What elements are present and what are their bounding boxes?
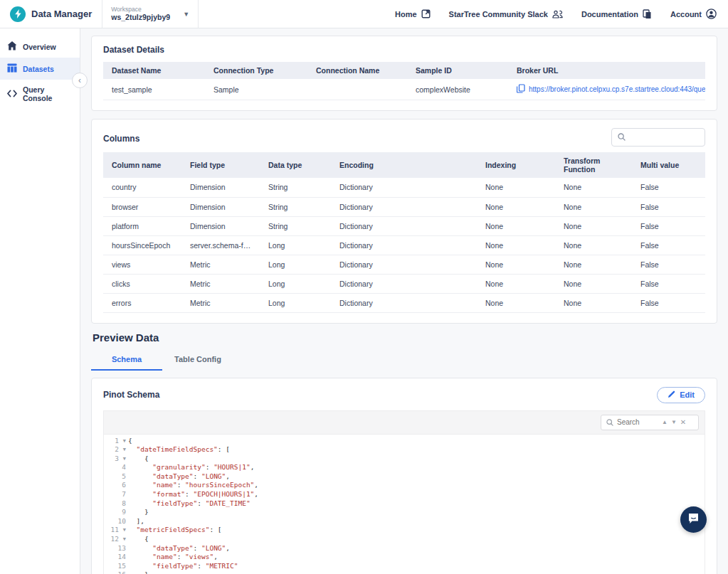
code-text: "fieldType": "METRIC" <box>128 562 238 571</box>
table-cell: platform <box>103 216 181 235</box>
chat-widget-button[interactable] <box>680 506 707 533</box>
dataset-details-card: Dataset Details Dataset Name Connection … <box>91 36 717 111</box>
sample-id-cell: complexWebsite <box>407 79 508 100</box>
line-number: 7 <box>104 490 128 499</box>
editor-search-box[interactable]: ▲ ▼ ✕ <box>601 415 699 430</box>
sidebar-item-overview[interactable]: Overview <box>0 36 80 58</box>
home-icon <box>7 41 17 52</box>
fold-arrow-icon[interactable]: ▼ <box>123 456 126 462</box>
table-cell: None <box>477 216 555 235</box>
nav-home-label: Home <box>395 10 417 18</box>
columns-search-box[interactable] <box>611 128 705 147</box>
sidebar-item-label: Overview <box>23 43 56 51</box>
nav-account-link[interactable]: Account <box>670 9 717 19</box>
sidebar-item-datasets[interactable]: Datasets <box>0 58 80 80</box>
line-number: 10 <box>104 517 128 526</box>
table-cell: String <box>260 178 331 197</box>
table-cell: None <box>477 293 555 312</box>
connection-type-cell: Sample <box>205 79 307 100</box>
table-cell: None <box>477 178 555 197</box>
table-cell: views <box>103 255 181 274</box>
table-cell: String <box>260 216 331 235</box>
code-text: { <box>128 437 132 446</box>
code-line: 15 "fieldType": "METRIC" <box>104 562 705 571</box>
table-cell: Dictionary <box>331 274 477 293</box>
table-cell: None <box>555 255 632 274</box>
json-editor: ▲ ▼ ✕ 1 ▼{2 ▼ "dateTimeFieldSpecs": [3 ▼… <box>103 410 705 574</box>
code-text: "dataType": "LONG", <box>128 544 230 553</box>
broker-url-link[interactable]: https://broker.pinot.celpxu.cp.s7e.start… <box>529 85 705 93</box>
app-logo-bolt-icon <box>10 6 26 22</box>
code-line: 6 "name": "hoursSinceEpoch", <box>104 481 705 490</box>
line-number: 5 <box>104 472 128 482</box>
account-icon <box>706 9 717 19</box>
table-cell: False <box>632 274 705 293</box>
search-icon <box>618 131 626 144</box>
code-line: 7 "format": "EPOCH|HOURS|1", <box>104 490 705 499</box>
sidebar-item-query-console[interactable]: Query Console <box>0 80 80 108</box>
sidebar-collapse-button[interactable]: ‹ <box>72 73 88 88</box>
table-cell: None <box>555 197 632 216</box>
nav-slack-link[interactable]: StarTree Community Slack <box>449 10 563 18</box>
table-cell: Metric <box>181 274 260 293</box>
table-cell: False <box>632 293 705 312</box>
search-next-icon[interactable]: ▼ <box>671 419 677 425</box>
fold-arrow-icon[interactable]: ▼ <box>123 438 126 444</box>
code-text: }, <box>128 570 152 574</box>
nav-documentation-link[interactable]: Documentation <box>581 9 652 19</box>
edit-button[interactable]: Edit <box>657 387 705 403</box>
sidebar-item-label: Datasets <box>23 65 54 73</box>
search-prev-icon[interactable]: ▲ <box>662 419 668 425</box>
copy-icon[interactable] <box>517 84 525 95</box>
connection-name-cell <box>307 79 407 100</box>
fold-arrow-icon[interactable]: ▼ <box>123 536 126 542</box>
code-text: { <box>128 455 149 464</box>
table-cell: False <box>632 235 705 255</box>
workspace-label: Workspace <box>111 6 170 14</box>
top-nav: Home StarTree Community Slack Documentat… <box>395 0 728 28</box>
column-header: Transform Function <box>555 152 632 178</box>
pencil-icon <box>668 390 675 400</box>
tab-table-config[interactable]: Table Config <box>162 351 233 371</box>
table-row: errorsMetricLongDictionaryNoneNoneFalse <box>103 293 705 312</box>
table-row: clicksMetricLongDictionaryNoneNoneFalse <box>103 274 705 293</box>
nav-home-link[interactable]: Home <box>395 9 431 18</box>
table-cell: Dictionary <box>331 255 477 274</box>
search-close-icon[interactable]: ✕ <box>680 418 686 426</box>
editor-toolbar: ▲ ▼ ✕ <box>104 411 705 435</box>
table-cell: country <box>103 178 181 197</box>
table-cell: clicks <box>103 274 181 293</box>
broker-url-cell: https://broker.pinot.celpxu.cp.s7e.start… <box>517 84 697 95</box>
dataset-details-table: Dataset Name Connection Type Connection … <box>103 62 705 100</box>
top-bar: Data Manager Workspace ws_2tulz9pjyby9 ▼… <box>0 0 728 28</box>
column-header: Column name <box>103 152 181 178</box>
line-number: 13 <box>104 544 128 553</box>
columns-header-row: Column name Field type Data type Encodin… <box>103 152 705 178</box>
editor-search-input[interactable] <box>617 418 658 426</box>
table-cell: Dimension <box>181 197 260 216</box>
column-header: Connection Type <box>205 62 307 79</box>
table-cell: Long <box>260 274 331 293</box>
line-number: 4 <box>104 463 128 472</box>
table-cell: hoursSinceEpoch <box>103 235 181 255</box>
table-cell: Dictionary <box>331 216 477 235</box>
preview-data-title: Preview Data <box>93 331 717 344</box>
pinot-schema-title: Pinot Schema <box>103 390 159 400</box>
line-number: 9 <box>104 508 128 517</box>
tab-schema[interactable]: Schema <box>91 351 162 371</box>
columns-card: Columns Column name Field type Data type… <box>91 119 717 324</box>
code-text: } <box>128 508 149 517</box>
table-cell: Dimension <box>181 178 260 197</box>
columns-search-input[interactable] <box>630 134 699 142</box>
dataset-details-row: test_sample Sample complexWebsite https:… <box>103 79 705 100</box>
code-text: "dateTimeFieldSpecs": [ <box>128 445 230 455</box>
pinot-schema-card: Pinot Schema Edit ▲ ▼ <box>91 378 717 574</box>
columns-table-body: countryDimensionStringDictionaryNoneNone… <box>103 178 705 312</box>
table-row: browserDimensionStringDictionaryNoneNone… <box>103 197 705 216</box>
fold-arrow-icon[interactable]: ▼ <box>123 447 126 452</box>
workspace-selector[interactable]: Workspace ws_2tulz9pjyby9 ▼ <box>102 0 199 28</box>
fold-arrow-icon[interactable]: ▼ <box>123 527 126 533</box>
dataset-details-header-row: Dataset Name Connection Type Connection … <box>103 62 705 79</box>
code-area[interactable]: 1 ▼{2 ▼ "dateTimeFieldSpecs": [3 ▼ {4 "g… <box>104 435 705 574</box>
code-line: 11 ▼ "metricFieldSpecs": [ <box>104 526 705 535</box>
